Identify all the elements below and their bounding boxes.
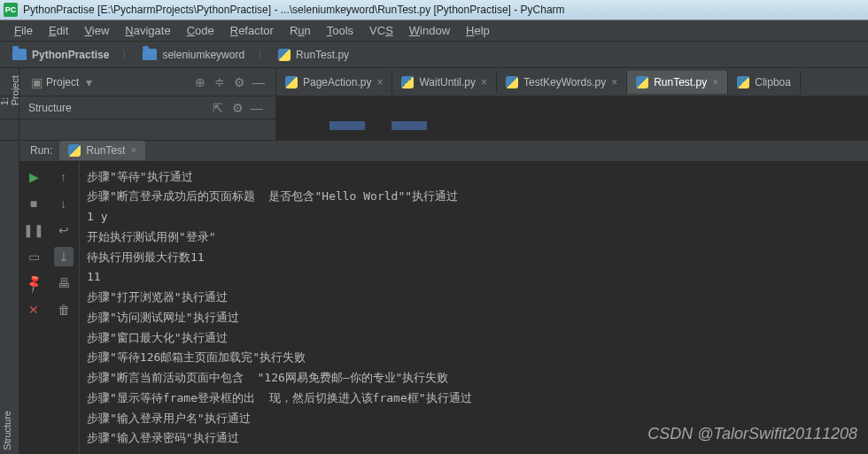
collapse-icon[interactable]: ≑ xyxy=(212,74,228,90)
breadcrumb-label: seleniumkeyword xyxy=(162,49,244,61)
menu-file[interactable]: File xyxy=(7,21,40,40)
run-actions-secondary: ↑ ↓ ↩ ⤓ 🖶 🗑 xyxy=(48,162,80,455)
menu-run[interactable]: Run xyxy=(283,21,318,40)
pause-button[interactable]: ❚❚ xyxy=(24,220,43,240)
python-icon xyxy=(506,76,518,88)
file-tab[interactable]: Clipboa xyxy=(728,71,801,94)
folder-icon xyxy=(143,49,157,60)
locate-icon[interactable]: ⊕ xyxy=(192,74,208,90)
menu-bar: File Edit View Navigate Code Refactor Ru… xyxy=(0,20,868,42)
run-label: Run: xyxy=(23,144,59,157)
dropdown-icon[interactable]: ▾ xyxy=(81,74,97,90)
menu-navigate[interactable]: Navigate xyxy=(118,21,177,40)
python-icon xyxy=(278,49,291,61)
folder-icon xyxy=(12,49,27,60)
menu-edit[interactable]: Edit xyxy=(42,21,75,40)
run-tool-header: Run: RunTest × xyxy=(19,141,868,162)
hide-icon[interactable]: — xyxy=(249,100,265,116)
menu-help[interactable]: Help xyxy=(459,21,497,40)
file-tab[interactable]: TestKeyWords.py× xyxy=(497,71,627,94)
close-icon[interactable]: × xyxy=(712,76,718,88)
breadcrumb-file[interactable]: RunTest.py xyxy=(273,49,367,61)
rerun-button[interactable]: ▶ xyxy=(24,167,43,187)
menu-vcs[interactable]: VCS xyxy=(362,21,400,40)
breadcrumb-root[interactable]: PythonPractise xyxy=(7,47,137,62)
gear-icon[interactable]: ⚙ xyxy=(229,100,245,116)
file-tab-active[interactable]: RunTest.py× xyxy=(627,71,728,94)
run-actions-primary: ▶ ■ ❚❚ ▭ 📌 ✕ xyxy=(19,162,48,455)
side-tab-project[interactable]: 1: Project xyxy=(0,72,20,109)
gear-icon[interactable]: ⚙ xyxy=(231,74,247,90)
editor-minimap xyxy=(276,119,868,140)
menu-window[interactable]: Window xyxy=(402,21,457,40)
tab-label: Clipboa xyxy=(755,76,791,88)
title-bar: PC PythonPractise [E:\PycharmProjects\Py… xyxy=(0,0,868,20)
scroll-to-end-button[interactable]: ⤓ xyxy=(54,247,74,266)
menu-refactor[interactable]: Refactor xyxy=(223,21,281,40)
stop-button[interactable]: ■ xyxy=(24,194,43,213)
tab-label: WaitUntil.py xyxy=(419,76,476,88)
structure-tool-header: Structure ⇱ ⚙ — xyxy=(19,96,276,119)
layout-button[interactable]: ▭ xyxy=(24,247,43,266)
app-icon: PC xyxy=(4,3,18,17)
project-tool-header: ▣ Project ▾ ⊕ ≑ ⚙ — xyxy=(19,68,276,96)
breadcrumb: PythonPractise seleniumkeyword RunTest.p… xyxy=(0,42,868,68)
breadcrumb-folder[interactable]: seleniumkeyword xyxy=(137,47,273,62)
close-icon[interactable]: × xyxy=(481,76,487,88)
structure-toolbar xyxy=(19,119,276,140)
hide-icon[interactable]: — xyxy=(251,74,267,90)
close-icon[interactable]: × xyxy=(611,76,617,88)
wrap-button[interactable]: ↩ xyxy=(54,220,74,240)
up-button[interactable]: ↑ xyxy=(54,167,74,187)
menu-code[interactable]: Code xyxy=(180,21,221,40)
tab-label: RunTest.py xyxy=(654,76,707,88)
print-button[interactable]: 🖶 xyxy=(54,273,74,293)
tab-label: PageAction.py xyxy=(303,76,371,88)
trash-button[interactable]: 🗑 xyxy=(54,300,74,319)
project-label: Project xyxy=(46,76,79,88)
close-icon[interactable]: × xyxy=(376,76,383,88)
run-config-tab[interactable]: RunTest × xyxy=(59,141,145,160)
project-view-icon[interactable]: ▣ xyxy=(28,74,44,90)
window-title: PythonPractise [E:\PycharmProjects\Pytho… xyxy=(23,4,565,16)
left-gutter: 1: Project xyxy=(0,68,19,96)
down-button[interactable]: ↓ xyxy=(54,194,74,213)
tab-label: TestKeyWords.py xyxy=(523,76,606,88)
menu-view[interactable]: View xyxy=(77,21,116,40)
close-button[interactable]: ✕ xyxy=(24,300,43,319)
run-tab-label: RunTest xyxy=(86,144,125,157)
structure-label: Structure xyxy=(28,102,72,114)
console-output[interactable]: 步骤"等待"执行通过 步骤"断言登录成功后的页面标题 是否包含"Hello Wo… xyxy=(80,162,868,455)
python-icon xyxy=(285,76,298,88)
side-tab-structure[interactable]: Structure xyxy=(0,407,14,454)
editor-tabs: PageAction.py× WaitUntil.py× TestKeyWord… xyxy=(276,68,868,96)
menu-tools[interactable]: Tools xyxy=(320,21,360,40)
close-icon[interactable]: × xyxy=(130,144,136,157)
python-icon xyxy=(401,76,414,88)
python-icon xyxy=(68,144,81,157)
file-tab[interactable]: WaitUntil.py× xyxy=(392,71,497,94)
breadcrumb-label: RunTest.py xyxy=(296,49,349,61)
breadcrumb-label: PythonPractise xyxy=(32,49,109,61)
collapse-icon[interactable]: ⇱ xyxy=(210,100,226,116)
python-icon xyxy=(636,76,648,88)
pin-button[interactable]: 📌 xyxy=(20,269,48,296)
file-tab[interactable]: PageAction.py× xyxy=(276,71,392,94)
python-icon xyxy=(737,76,749,88)
